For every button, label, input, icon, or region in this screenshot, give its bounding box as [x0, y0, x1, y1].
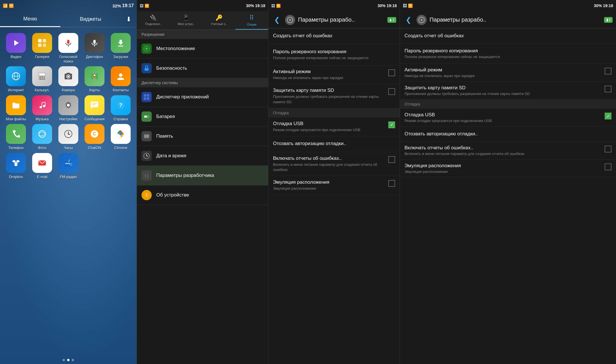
connect-icon: 🔌 [150, 14, 157, 21]
app-downloads[interactable]: Загрузки [109, 33, 133, 59]
dev-option-error-reports[interactable]: Включать отчеты об ошибках.. Включить в … [268, 152, 400, 176]
app-help[interactable]: ? Справка [109, 95, 133, 121]
settings-item-security[interactable]: Безопасность [137, 59, 268, 78]
app-fmradio[interactable]: FM-радио [56, 153, 81, 179]
svg-rect-75 [145, 138, 145, 138]
back-button[interactable]: ❮ [272, 15, 282, 25]
app-camera[interactable]: Камера [56, 66, 81, 92]
settings-item-about[interactable]: i Об устройстве [137, 185, 268, 205]
dev-title: Параметры разрабо.. [298, 16, 385, 23]
tab-connect[interactable]: 🔌 Подключе.. [137, 11, 170, 30]
svg-text:C: C [93, 131, 96, 136]
dev-section-debug2: Отладка [400, 100, 616, 109]
tab-mydevice[interactable]: 📱 Мое устро.. [170, 11, 202, 30]
dot-3[interactable] [72, 359, 74, 361]
app-maps[interactable]: Карты [83, 66, 107, 92]
appmanager-icon [141, 92, 152, 102]
app-email[interactable]: E-mail [30, 153, 54, 179]
dev-opt-sd-content2: Защитить карту памяти SD Приложения долж… [404, 85, 605, 96]
app-messages[interactable]: Сообщения [83, 95, 107, 121]
app-video[interactable]: Видео [4, 33, 28, 59]
app-chrome[interactable]: Chrome [109, 124, 133, 150]
dev-checkbox-error[interactable] [388, 156, 395, 163]
dev-opt-usb2[interactable]: Отладка USB Режим отладки запускается пр… [400, 109, 616, 127]
dev-option-backup-password[interactable]: Пароль резервного копирования Полное рез… [268, 44, 400, 65]
app-icon-camera [58, 66, 78, 86]
dev-opt-error2[interactable]: Включать отчеты об ошибках.. Включить в … [400, 142, 616, 160]
dev-option-emulate-location[interactable]: Эмуляция расположения Эмуляция расположе… [268, 176, 400, 195]
app-gallery[interactable]: Галерея [30, 33, 54, 59]
app-calc[interactable]: Калькул. [30, 66, 54, 92]
dev-option-create-report[interactable]: Создать отчет об ошибках [268, 28, 400, 44]
app-label-email: E-mail [37, 175, 48, 179]
dev-opt-sub-sd2: Приложения должны требовать разрешения н… [404, 92, 602, 96]
dev-checkbox-active[interactable] [388, 69, 395, 76]
app-contacts[interactable]: Контакты [109, 66, 133, 92]
settings-item-location[interactable]: Местоположение [137, 39, 268, 59]
dev-option-title-revoke: Отозвать авторизацию отладки.. [273, 141, 395, 146]
battery-percent-home: 32% [112, 3, 121, 8]
dev-opt-sd2[interactable]: Защитить карту памяти SD Приложения долж… [400, 82, 616, 100]
dev-option-sd-content: Защитить карту памяти SD Приложения долж… [273, 88, 388, 104]
gallery-icon-s: 🖼 [140, 4, 143, 8]
dev-option-active-mode[interactable]: Активный режим Никогда не отключать экра… [268, 65, 400, 84]
tab-widgets[interactable]: Виджеты [60, 11, 121, 27]
dev-checkbox-active2[interactable] [605, 68, 611, 75]
download-button[interactable]: ⬇ [121, 16, 137, 23]
svg-rect-5 [67, 40, 69, 44]
settings-item-battery[interactable]: Батарея [137, 107, 268, 127]
dot-2[interactable] [67, 359, 69, 361]
tab-accounts[interactable]: 🔑 Учетные з.. [203, 11, 235, 30]
back-button-2[interactable]: ❮ [403, 15, 414, 25]
dev-opt-active2[interactable]: Активный режим Никогда не отключать экра… [400, 64, 616, 82]
dev-title-2: Параметры разрабо.. [430, 16, 601, 23]
about-label: Об устройстве [156, 192, 189, 198]
settings-item-memory[interactable]: Память [137, 127, 268, 146]
section-system-manager: Диспетчер системы [137, 78, 268, 87]
battery-label: Батарея [156, 114, 175, 119]
dev-opt-create2[interactable]: Создать отчет об ошибках [400, 28, 616, 44]
dot-1[interactable] [63, 359, 65, 361]
svg-point-92 [421, 19, 422, 21]
settings-item-developer[interactable]: {} Параметры разработчика [137, 166, 268, 185]
app-recorder[interactable]: Диктофон [83, 33, 107, 59]
tab-mydevice-label: Мое устро.. [178, 22, 194, 26]
app-music[interactable]: Музыка [30, 95, 54, 121]
dev-option-title-sd: Защитить карту памяти SD [273, 88, 385, 93]
dev-option-error-content: Включать отчеты об ошибках.. Включить в … [273, 156, 388, 172]
dev-checkbox-emu2[interactable] [605, 164, 611, 170]
app-photos[interactable]: Фото [30, 124, 54, 150]
svg-rect-66 [147, 97, 149, 100]
settings-item-datetime[interactable]: Дата и время [137, 146, 268, 166]
app-settings[interactable]: Настройки [56, 95, 81, 121]
app-internet[interactable]: Интернет [4, 66, 28, 92]
dev-option-revoke-debug[interactable]: Отозвать авторизацию отладки.. [268, 136, 400, 152]
dev-option-sd-protect[interactable]: Защитить карту памяти SD Приложения долж… [268, 84, 400, 108]
app-chaton[interactable]: C ChatON [83, 124, 107, 150]
app-label-chrome: Chrome [114, 146, 127, 150]
dev-opt-title-error2: Включать отчеты об ошибках.. [404, 145, 602, 151]
app-clock[interactable]: Часы [56, 124, 81, 150]
svg-point-21 [44, 78, 45, 80]
app-dropbox[interactable]: Dropbox [4, 153, 28, 179]
dev-checkbox-sd2[interactable] [605, 86, 611, 92]
dev-option-usb-debug[interactable]: Отладка USB Режим отладки запускается пр… [268, 117, 400, 136]
dev-opt-backup2[interactable]: Пароль резервного копирования Полное рез… [400, 44, 616, 64]
dev-opt-revoke2[interactable]: Отозвать авторизацию отладки.. [400, 127, 616, 142]
app-label-gallery: Галерея [35, 55, 49, 59]
tab-menu[interactable]: Меню [0, 11, 60, 27]
dev-checkbox-sd[interactable] [388, 88, 395, 95]
settings-item-appmanager[interactable]: Диспетчер приложений [137, 87, 268, 107]
app-myfiles[interactable]: Мои файлы [4, 95, 28, 121]
dev-opt-emu2[interactable]: Эмуляция расположения Эмуляция расположе… [400, 160, 616, 177]
dev-checkbox-error2[interactable] [605, 146, 611, 152]
tab-options[interactable]: ⠿ Опции [235, 11, 268, 30]
dev-checkbox-usb2[interactable]: ✓ [605, 113, 611, 119]
dev-section-debug: Отладка [268, 108, 400, 117]
wifi-icon-d2: 🛜 [408, 3, 413, 8]
svg-point-48 [119, 133, 122, 135]
dev-checkbox-emu[interactable] [388, 180, 395, 187]
dev-checkbox-usb[interactable]: ✓ [388, 121, 395, 128]
app-voice-search[interactable]: Голосовой поиск [56, 33, 81, 63]
app-phone[interactable]: Телефон [4, 124, 28, 150]
